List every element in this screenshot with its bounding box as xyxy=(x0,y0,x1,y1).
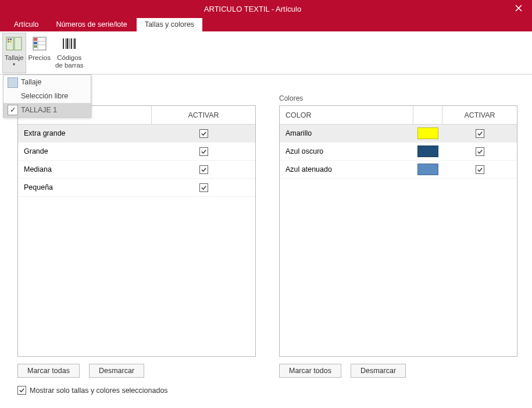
color-active-checkbox[interactable] xyxy=(476,129,484,138)
table-row[interactable]: Extra grande xyxy=(18,125,255,143)
svg-rect-10 xyxy=(34,38,37,41)
color-name: Azul atenuado xyxy=(280,161,413,178)
ribbon-codigos-label: Códigos de barras xyxy=(55,54,84,69)
size-active-checkbox[interactable] xyxy=(199,129,208,138)
tab-art-culo[interactable]: Artículo xyxy=(6,18,47,31)
close-icon xyxy=(515,3,522,14)
svg-rect-12 xyxy=(34,45,37,48)
color-active-cell xyxy=(442,161,517,178)
color-swatch-cell xyxy=(413,161,442,178)
svg-rect-1 xyxy=(15,37,22,50)
show-selected-checkbox[interactable] xyxy=(17,386,26,395)
table-row[interactable]: Mediana xyxy=(18,161,255,179)
color-active-checkbox[interactable] xyxy=(476,147,484,156)
size-name: Grande xyxy=(18,143,152,160)
barcode-icon xyxy=(60,34,78,53)
dropdown-item-tallaje[interactable]: Tallaje xyxy=(3,75,91,89)
close-button[interactable] xyxy=(505,0,532,17)
size-name: Mediana xyxy=(18,161,152,178)
ribbon-precios-button[interactable]: Precios xyxy=(26,33,53,73)
size-active-checkbox[interactable] xyxy=(199,183,208,192)
size-active-cell xyxy=(152,143,255,160)
svg-rect-2 xyxy=(8,38,9,40)
tab-tallas-y-colores[interactable]: Tallas y colores xyxy=(137,18,202,31)
table-row[interactable]: Azul atenuado xyxy=(280,161,517,179)
window-title: ARTICULO TEXTIL - Artículo xyxy=(0,5,505,13)
svg-rect-3 xyxy=(10,38,12,40)
color-swatch xyxy=(417,164,438,175)
right-panel-title: Colores xyxy=(279,94,517,104)
size-active-checkbox[interactable] xyxy=(199,147,208,156)
size-active-cell xyxy=(152,179,255,196)
color-swatch xyxy=(417,146,438,157)
tallaje-dropdown: TallajeSelección libreTALLAJE 1 xyxy=(3,74,91,118)
size-name: Extra grande xyxy=(18,125,152,142)
tallaje-icon xyxy=(5,34,23,53)
size-name: Pequeña xyxy=(18,179,152,196)
tab-n-meros-de-serie-lote[interactable]: Números de serie/lote xyxy=(48,18,135,31)
color-swatch-cell xyxy=(413,143,442,160)
ribbon-tallaje-button[interactable]: Tallaje ▾ xyxy=(2,33,26,73)
color-active-cell xyxy=(442,143,517,160)
size-active-cell xyxy=(152,161,255,178)
table-row[interactable]: Grande xyxy=(18,143,255,161)
svg-rect-5 xyxy=(10,41,12,42)
dropdown-item-tallaje-1[interactable]: TALLAJE 1 xyxy=(3,103,91,117)
ribbon-codigos-button[interactable]: Códigos de barras xyxy=(53,33,86,73)
sizes-mark-all-button[interactable]: Marcar todas xyxy=(17,364,80,378)
size-active-cell xyxy=(152,125,255,142)
size-active-checkbox[interactable] xyxy=(199,165,208,174)
svg-rect-11 xyxy=(34,42,37,44)
color-name: Amarillo xyxy=(280,125,413,142)
colors-header-swatch[interactable] xyxy=(413,106,442,124)
color-name: Azul oscuro xyxy=(280,143,413,160)
sizes-header-activar[interactable]: ACTIVAR xyxy=(152,106,255,124)
sizes-unmark-button[interactable]: Desmarcar xyxy=(89,364,144,378)
chevron-down-icon: ▾ xyxy=(13,62,15,67)
table-row[interactable]: Azul oscuro xyxy=(280,143,517,161)
color-active-cell xyxy=(442,125,517,142)
precios-icon xyxy=(30,34,49,53)
ribbon-tallaje-label: Tallaje xyxy=(5,54,24,62)
colors-unmark-button[interactable]: Desmarcar xyxy=(351,364,406,378)
svg-rect-4 xyxy=(8,41,9,42)
color-swatch-cell xyxy=(413,125,442,142)
dropdown-item-selecci-n-libre[interactable]: Selección libre xyxy=(3,89,91,103)
colors-header-name[interactable]: COLOR xyxy=(280,106,413,124)
table-row[interactable]: Pequeña xyxy=(18,179,255,197)
color-active-checkbox[interactable] xyxy=(476,165,484,174)
color-swatch xyxy=(417,127,438,139)
colors-mark-all-button[interactable]: Marcar todos xyxy=(279,364,341,378)
colors-header-activar[interactable]: ACTIVAR xyxy=(442,106,517,124)
show-selected-label: Mostrar solo tallas y colores selecciona… xyxy=(30,386,168,395)
colors-grid: COLOR ACTIVAR AmarilloAzul oscuroAzul at… xyxy=(279,105,517,357)
table-row[interactable]: Amarillo xyxy=(280,125,517,143)
ribbon-precios-label: Precios xyxy=(28,54,51,62)
main-tab-bar: ArtículoNúmeros de serie/loteTallas y co… xyxy=(0,17,532,31)
ribbon-toolbar: Tallaje ▾ Precios xyxy=(0,31,532,74)
sizes-grid: ACTIVAR Extra grandeGrandeMedianaPequeña xyxy=(17,105,256,357)
